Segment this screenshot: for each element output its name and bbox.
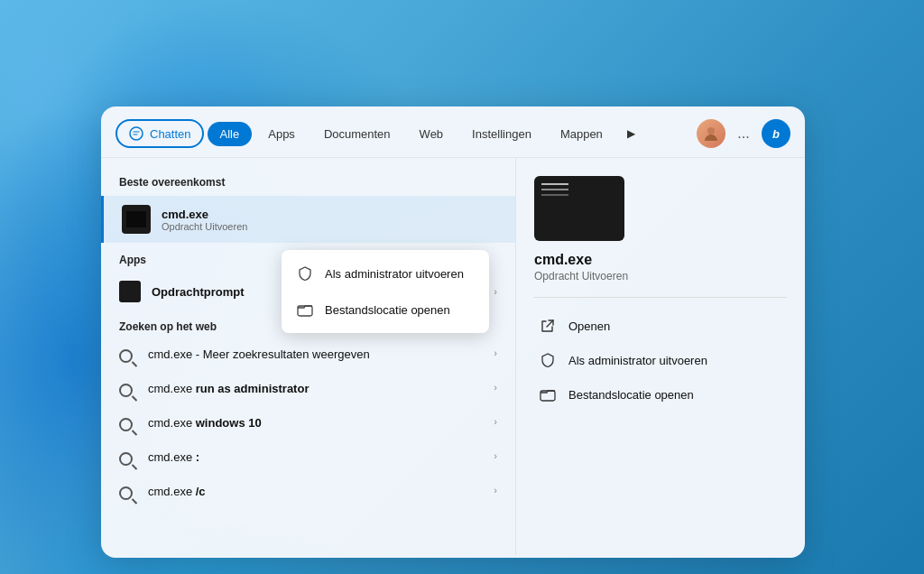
web-search-item-4[interactable]: cmd.exe /c › [101, 477, 515, 512]
web-search-item-3[interactable]: cmd.exe : › [101, 443, 515, 477]
web-section: Zoeken op het web cmd.exe - Meer zoekres… [101, 317, 515, 512]
user-avatar[interactable] [697, 119, 725, 148]
chatten-icon [128, 125, 144, 142]
folder-icon [296, 301, 314, 319]
more-dots-icon: ... [737, 125, 749, 142]
right-app-title: cmd.exe [534, 252, 592, 268]
web-search-text-3: cmd.exe : [148, 450, 483, 464]
right-app-subtitle: Opdracht Uitvoeren [534, 270, 628, 282]
opdrachtprompt-icon [119, 281, 141, 302]
search-icon-4 [119, 486, 137, 505]
best-match-title: cmd.exe [162, 208, 497, 221]
shield-action-icon [538, 350, 558, 370]
folder-action-icon [538, 384, 558, 404]
chevron-right-web-4: › [494, 485, 497, 495]
web-search-text-4: cmd.exe /c [148, 485, 483, 498]
chatten-label: Chatten [150, 127, 191, 141]
options-button[interactable]: ... [729, 119, 758, 148]
play-icon: ▶ [627, 127, 635, 140]
svg-point-1 [707, 127, 715, 134]
web-search-item-0[interactable]: cmd.exe - Meer zoekresultaten weergeven … [101, 340, 515, 375]
web-search-text-0: cmd.exe - Meer zoekresultaten weergeven [148, 347, 483, 361]
instellingen-label: Instellingen [472, 127, 531, 141]
best-match-section-label: Beste overeenkomst [101, 172, 515, 196]
cmd-icon-inner [126, 211, 146, 227]
action-open[interactable]: Openen [534, 309, 787, 343]
context-menu-open-location[interactable]: Bestandslocatie openen [282, 292, 489, 328]
svg-point-0 [130, 127, 143, 140]
open-icon [538, 316, 558, 336]
chevron-right-web-2: › [494, 416, 497, 427]
documenten-label: Documenten [324, 127, 391, 141]
context-open-location-label: Bestandslocatie openen [325, 303, 450, 317]
search-icon-3 [119, 452, 137, 470]
web-search-text-1: cmd.exe run as administrator [148, 382, 483, 395]
more-filters-button[interactable]: ▶ [619, 121, 644, 146]
filter-bar: Chatten Alle Apps Documenten Web Instell… [101, 106, 805, 158]
right-panel: cmd.exe Opdracht Uitvoeren Openen [516, 158, 805, 555]
filter-mappen-button[interactable]: Mappen [548, 122, 615, 146]
chevron-right-web-1: › [494, 382, 497, 393]
cmd-thumbnail [534, 176, 624, 241]
filter-alle-button[interactable]: Alle [208, 122, 253, 146]
filter-chatten-button[interactable]: Chatten [116, 119, 204, 148]
opdrachtprompt-label: Opdrachtprompt [152, 285, 245, 299]
search-panel: Chatten Alle Apps Documenten Web Instell… [101, 106, 805, 558]
shield-icon [296, 264, 314, 282]
action-run-as-admin-label: Als administrator uitvoeren [568, 354, 707, 367]
action-open-label: Openen [568, 319, 610, 333]
context-menu-run-as-admin[interactable]: Als administrator uitvoeren [282, 255, 489, 292]
chevron-right-web-0: › [494, 347, 497, 358]
context-menu: Als administrator uitvoeren Bestandsloca… [282, 250, 489, 333]
chevron-right-web-3: › [494, 450, 497, 461]
left-panel: Beste overeenkomst cmd.exe Opdracht Uitv… [101, 158, 516, 555]
action-open-location-label: Bestandslocatie openen [568, 388, 694, 402]
search-icon-0 [119, 349, 137, 367]
main-content: Beste overeenkomst cmd.exe Opdracht Uitv… [101, 158, 805, 555]
alle-label: Alle [220, 127, 240, 141]
search-icon-2 [119, 418, 137, 436]
filter-documenten-button[interactable]: Documenten [311, 122, 403, 146]
web-search-text-2: cmd.exe windows 10 [148, 416, 483, 430]
apps-label: Apps [268, 127, 295, 141]
mappen-label: Mappen [560, 127, 603, 141]
best-match-item[interactable]: cmd.exe Opdracht Uitvoeren [101, 196, 515, 243]
web-label: Web [420, 127, 444, 141]
action-open-location[interactable]: Bestandslocatie openen [534, 377, 787, 412]
bing-icon: b [772, 127, 780, 141]
filter-instellingen-button[interactable]: Instellingen [459, 122, 544, 146]
chevron-right-icon: › [494, 286, 497, 297]
cmd-icon [122, 205, 151, 234]
web-search-item-2[interactable]: cmd.exe windows 10 › [101, 409, 515, 443]
right-panel-divider [534, 297, 787, 298]
context-run-as-admin-label: Als administrator uitvoeren [325, 267, 464, 281]
search-icon-1 [119, 384, 137, 402]
filter-web-button[interactable]: Web [407, 122, 457, 146]
web-search-item-1[interactable]: cmd.exe run as administrator › [101, 375, 515, 409]
filter-apps-button[interactable]: Apps [255, 122, 308, 146]
best-match-subtitle: Opdracht Uitvoeren [162, 221, 497, 232]
action-run-as-admin[interactable]: Als administrator uitvoeren [534, 343, 787, 377]
bing-button[interactable]: b [762, 119, 790, 148]
best-match-text: cmd.exe Opdracht Uitvoeren [162, 208, 497, 232]
